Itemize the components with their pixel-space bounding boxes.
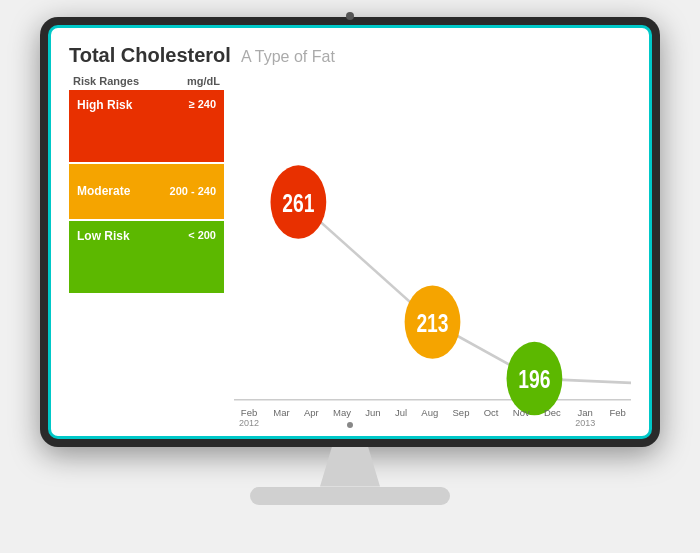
risk-value-high: ≥ 240 (189, 98, 216, 110)
risk-label-moderate: Moderate (77, 184, 130, 198)
x-label-mar: Mar (273, 407, 289, 428)
risk-header-label: Risk Ranges (73, 75, 139, 87)
x-label-jun: Jun (365, 407, 380, 428)
x-label-apr: Apr (304, 407, 319, 428)
monitor-top-dot (346, 12, 354, 20)
chart-area: Risk Ranges mg/dL High Risk ≥ 240 Modera… (69, 75, 631, 428)
x-label-jan2013: Jan 2013 (575, 407, 595, 428)
risk-label-high: High Risk (77, 98, 132, 112)
risk-row-low: Low Risk < 200 (69, 221, 224, 293)
graph-area: 261 213 196 Feb 2012 (234, 75, 631, 428)
x-label-dec: Dec (544, 407, 561, 428)
risk-header: Risk Ranges mg/dL (69, 75, 224, 87)
x-label-oct: Oct (484, 407, 499, 428)
risk-row-moderate: Moderate 200 - 240 (69, 164, 224, 219)
x-label-aug: Aug (421, 407, 438, 428)
risk-value-moderate: 200 - 240 (170, 185, 216, 197)
svg-text:213: 213 (416, 309, 448, 337)
monitor-body: Total Cholesterol A Type of Fat Risk Ran… (40, 17, 660, 447)
risk-label-low: Low Risk (77, 229, 130, 243)
x-label-feb2012: Feb 2012 (239, 407, 259, 428)
x-label-jul: Jul (395, 407, 407, 428)
x-label-sep: Sep (453, 407, 470, 428)
monitor-container: Total Cholesterol A Type of Fat Risk Ran… (30, 17, 670, 537)
svg-text:261: 261 (282, 189, 314, 217)
chart-main-title: Total Cholesterol (69, 44, 231, 67)
chart-sub-title: A Type of Fat (241, 48, 335, 66)
monitor-screen: Total Cholesterol A Type of Fat Risk Ran… (48, 25, 652, 439)
chart-title: Total Cholesterol A Type of Fat (69, 44, 631, 67)
monitor-stand-base (250, 487, 450, 505)
risk-row-high: High Risk ≥ 240 (69, 90, 224, 162)
risk-value-low: < 200 (188, 229, 216, 241)
monitor-stand-neck (320, 447, 380, 487)
screen-content: Total Cholesterol A Type of Fat Risk Ran… (51, 28, 649, 436)
screen-bottom-dot (347, 422, 353, 428)
chart-svg: 261 213 196 (234, 75, 631, 428)
risk-header-unit: mg/dL (187, 75, 220, 87)
risk-table: Risk Ranges mg/dL High Risk ≥ 240 Modera… (69, 75, 224, 428)
x-label-feb2013: Feb (609, 407, 625, 428)
x-label-nov: Nov (513, 407, 530, 428)
x-axis-labels: Feb 2012 Mar Apr May Jun Jul Aug Sep Oct… (234, 407, 631, 428)
svg-text:196: 196 (518, 365, 550, 393)
